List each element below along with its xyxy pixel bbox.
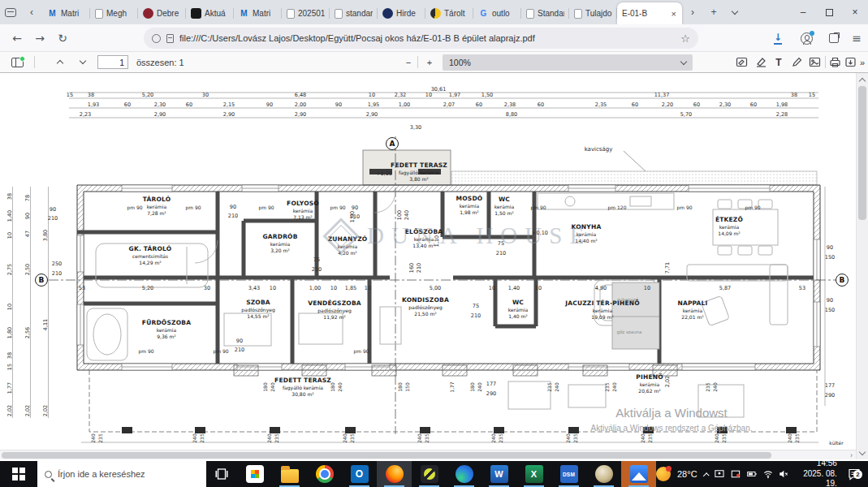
taskbar-app-map-app[interactable] (586, 461, 621, 487)
pdf-page[interactable]: 30,6115385,20306,48102,32101,971,5011,37… (0, 73, 856, 450)
toggle-sidebar-button[interactable] (6, 52, 28, 72)
taskbar-app-edge[interactable] (447, 461, 482, 487)
taskbar-app-microsoft-store[interactable] (237, 461, 272, 487)
taskbar-clock[interactable]: 14:56 2025. 08. 19. (797, 459, 837, 487)
taskbar-app-excel[interactable]: X (516, 461, 551, 487)
wifi-icon[interactable] (763, 468, 773, 480)
zoom-out-button[interactable]: − (399, 52, 417, 72)
back-button[interactable]: ← (6, 28, 28, 49)
taskbar-app-dsm[interactable]: DSM (551, 461, 586, 487)
tab[interactable]: Debre (138, 2, 186, 24)
share-icon (829, 33, 839, 43)
tab[interactable]: E-01-B× (617, 2, 682, 24)
close-window-button[interactable]: × (842, 0, 868, 24)
taskbar-app-word[interactable]: W (482, 461, 516, 487)
page-info-icon[interactable] (166, 34, 174, 43)
dimension-label: 5,00 (430, 286, 441, 291)
taskbar-app-firefox[interactable] (377, 461, 412, 487)
save-button[interactable] (842, 52, 858, 72)
signature-tool-button[interactable] (732, 52, 750, 72)
weather-icon[interactable] (656, 467, 671, 481)
tab[interactable]: standard (330, 2, 378, 24)
tab[interactable]: Tulajdoni (569, 2, 617, 24)
taskbar-search-box[interactable]: Írjon ide a kereséshez (37, 461, 206, 487)
tab[interactable]: 20250113 (282, 2, 330, 24)
scroll-up-button[interactable] (857, 74, 868, 85)
volume-muted-icon[interactable] (779, 468, 788, 480)
highlight-tool-button[interactable] (752, 52, 770, 72)
reload-button[interactable]: ↻ (52, 28, 73, 49)
new-tab-button[interactable]: + (703, 2, 724, 22)
scroll-tabs-left-button[interactable]: ‹ (21, 2, 42, 22)
next-page-button[interactable] (73, 52, 93, 72)
taskbar-app-photos[interactable] (621, 461, 656, 487)
dimension-label: 2,15 (223, 102, 235, 108)
dimension-label: 2,02 (7, 405, 13, 416)
more-tools-button[interactable]: » (857, 52, 868, 72)
minimize-button[interactable]: – (790, 0, 816, 24)
bookmark-star-icon[interactable]: ☆ (680, 32, 690, 45)
toolbar-separator (32, 52, 36, 72)
start-button[interactable] (0, 461, 37, 487)
action-center-button[interactable]: 2 (845, 468, 863, 481)
tab-overview-button[interactable] (0, 2, 21, 22)
tab[interactable]: Hirde (378, 2, 425, 24)
vertical-scroll-thumb[interactable] (858, 86, 866, 220)
dimension-label: pm 90 (530, 205, 546, 210)
vertical-scrollbar[interactable] (856, 73, 868, 459)
zoom-select[interactable]: 100% (443, 54, 693, 71)
horizontal-scroll-thumb[interactable] (2, 452, 771, 459)
media-app-icon (421, 465, 438, 483)
tab-close-icon[interactable]: × (671, 9, 677, 19)
url-text[interactable]: file:///C:/Users/Lovász Lajos/Desktop/Eg… (179, 33, 675, 43)
dimension-label: 90 (266, 102, 273, 108)
maximize-button[interactable] (816, 0, 842, 24)
tab[interactable]: Aktuá (186, 2, 234, 24)
tab[interactable]: MMatri (234, 2, 282, 24)
extensions-button[interactable] (823, 28, 844, 49)
room-label: ELŐSZOBAkerámia13,40 m² (405, 228, 443, 248)
taskbar-app-outlook[interactable]: O (342, 461, 377, 487)
scroll-right-button[interactable]: › (850, 450, 853, 460)
text-tool-button[interactable]: T (770, 52, 788, 72)
previous-page-button[interactable] (50, 52, 70, 72)
tab[interactable]: Megh (90, 2, 138, 24)
screenshare-icon[interactable] (731, 468, 741, 480)
remote-session-icon[interactable] (715, 468, 724, 480)
address-bar[interactable]: file:///C:/Users/Lovász Lajos/Desktop/Eg… (144, 28, 698, 49)
horizontal-scrollbar[interactable]: › (0, 450, 856, 459)
tab[interactable]: Tárolt (425, 2, 473, 24)
scroll-down-button[interactable] (857, 447, 868, 459)
taskbar-app-file-explorer[interactable] (272, 461, 307, 487)
image-tool-button[interactable] (805, 52, 823, 72)
dimension-label: 3,30 (410, 125, 421, 131)
print-button[interactable] (827, 52, 843, 72)
show-hidden-icons-button[interactable] (702, 472, 709, 479)
tab[interactable]: MMatri (42, 2, 90, 24)
notification-badge: 2 (853, 470, 862, 479)
dimension-label: 240 (267, 433, 272, 442)
account-button[interactable] (796, 28, 817, 49)
scroll-tabs-right-button[interactable]: › (682, 2, 703, 22)
list-all-tabs-button[interactable] (724, 2, 745, 22)
zoom-in-button[interactable]: + (421, 52, 438, 72)
dimension-label: 235 (499, 433, 503, 442)
tracking-protection-icon[interactable] (152, 34, 161, 43)
dimension-label: 210 (496, 251, 506, 256)
battery-icon[interactable] (747, 468, 757, 480)
tab[interactable]: Standard.p (521, 2, 569, 24)
tab-title: Matri (61, 9, 85, 18)
downloads-button[interactable]: ↓ (767, 28, 788, 49)
task-view-button[interactable] (206, 461, 237, 487)
dimension-label: 1,40 (508, 286, 520, 291)
tab[interactable]: Goutlo (473, 2, 521, 24)
chevron-down-icon (680, 58, 687, 64)
taskbar-app-chrome[interactable] (307, 461, 342, 487)
taskbar-app-media-app[interactable] (412, 461, 447, 487)
menu-button[interactable]: ≡ (846, 28, 867, 49)
draw-tool-button[interactable] (788, 52, 805, 72)
forward-button[interactable]: → (29, 28, 50, 49)
temperature-label[interactable]: 28°C (677, 469, 697, 479)
page-number-input[interactable] (97, 55, 128, 69)
dimension-label: 4,11 (43, 319, 49, 330)
